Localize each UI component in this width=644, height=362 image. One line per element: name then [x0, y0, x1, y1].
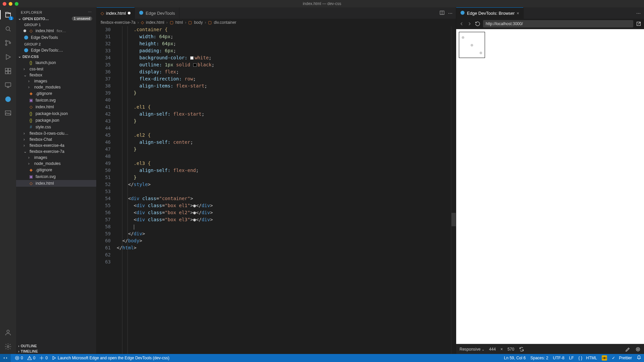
forward-icon[interactable]	[467, 21, 472, 26]
file-row[interactable]: {}launch.json	[16, 59, 96, 66]
minimap[interactable]	[451, 26, 456, 354]
more-icon[interactable]: ⋯	[448, 11, 452, 16]
indentation[interactable]: Spaces: 2	[530, 356, 548, 360]
file-row[interactable]: #style.css	[16, 124, 96, 130]
notifications-icon[interactable]	[637, 355, 641, 361]
crumb[interactable]: div.container	[214, 20, 236, 25]
file-label: Edge DevTools:…	[31, 48, 63, 53]
svg-point-1	[5, 40, 7, 42]
live-server-icon[interactable]	[602, 355, 607, 361]
address-bar[interactable]: http://localhost:3000/	[483, 20, 633, 27]
reload-icon[interactable]	[475, 21, 480, 26]
crumb[interactable]: flexbox-exercise-7a	[101, 20, 136, 25]
remote-explorer-icon[interactable]	[3, 80, 13, 90]
rotate-icon[interactable]	[519, 347, 524, 352]
split-editor-icon[interactable]	[439, 10, 445, 16]
viewport-width[interactable]: 444	[489, 347, 496, 352]
explorer-icon[interactable]: 1	[3, 10, 13, 19]
file-row[interactable]: ◇index.html	[16, 104, 96, 110]
run-debug-icon[interactable]	[3, 52, 13, 62]
svg-rect-7	[8, 71, 11, 74]
more-icon[interactable]: ⋯	[636, 11, 641, 16]
edge-icon	[23, 35, 29, 40]
folder-row[interactable]: ›node_modules	[16, 84, 96, 90]
unsaved-badge: 1 unsaved	[72, 16, 92, 21]
cursor-position[interactable]: Ln 59, Col 6	[504, 356, 526, 360]
responsive-mode[interactable]: Responsive ⌄	[460, 347, 484, 352]
open-editor-item[interactable]: ◇ index.html flex…	[16, 27, 96, 34]
git-file-icon: ◆	[28, 91, 34, 96]
problems-errors[interactable]: 0	[15, 356, 23, 360]
folder-row[interactable]: ›images	[16, 78, 96, 84]
folder-row[interactable]: ⌄flexbox	[16, 72, 96, 78]
code-content[interactable]: .container { width: 64px; height: 64px; …	[114, 26, 451, 354]
open-editor-item[interactable]: Edge DevTools	[16, 34, 96, 41]
crumb[interactable]: html	[175, 20, 183, 25]
file-label: package-lock.json	[36, 111, 68, 116]
html-file-icon: ◇	[141, 20, 144, 25]
tab-edge-browser[interactable]: Edge DevTools: Browser ×	[456, 7, 524, 19]
target-icon[interactable]	[635, 347, 641, 352]
edit-icon[interactable]	[625, 347, 631, 352]
tab-edge-devtools[interactable]: Edge DevTools	[135, 7, 179, 19]
tab-index-html[interactable]: ◇ index.html	[97, 7, 135, 19]
prettier-status[interactable]: ✓ Prettier	[612, 356, 632, 360]
editor-group-1: ◇ index.html Edge DevTools ⋯ flexbox-exe…	[97, 7, 456, 354]
problems-warnings[interactable]: 0	[27, 356, 36, 360]
settings-gear-icon[interactable]	[3, 342, 13, 351]
search-icon[interactable]	[3, 24, 13, 34]
git-file-icon: ◆	[28, 167, 34, 173]
edge-tools-icon[interactable]	[3, 95, 13, 104]
file-row[interactable]: {}package.json	[16, 117, 96, 124]
crumb[interactable]: index.html	[146, 20, 164, 25]
back-icon[interactable]	[459, 21, 464, 26]
file-row[interactable]: ▣favicon.svg	[16, 97, 96, 104]
folder-row[interactable]: ›flexbox-exercise-4a	[16, 142, 96, 148]
ports[interactable]: 0	[39, 356, 48, 360]
remote-indicator[interactable]	[0, 354, 11, 362]
svg-point-11	[7, 330, 9, 333]
eol[interactable]: LF	[569, 356, 574, 360]
folder-label: images	[34, 155, 47, 160]
image-icon[interactable]	[3, 109, 13, 118]
launch-task[interactable]: Launch Microsoft Edge and open the Edge …	[52, 356, 169, 360]
browser-preview[interactable]: ● ● ●	[456, 29, 644, 344]
zoom-icon[interactable]	[15, 2, 18, 6]
open-editor-item[interactable]: Edge DevTools:…	[16, 47, 96, 54]
extensions-icon[interactable]	[3, 66, 13, 76]
file-row[interactable]: ◆.gitignore	[16, 167, 96, 173]
svg-point-14	[24, 48, 28, 52]
folder-row[interactable]: ›css-test	[16, 66, 96, 72]
source-control-icon[interactable]	[3, 38, 13, 48]
project-header[interactable]: ⌄ DEV-CSS	[16, 54, 96, 59]
file-row[interactable]: ▣favicon.svg	[16, 173, 96, 180]
folder-row[interactable]: ⌄flexbox-exercise-7a	[16, 148, 96, 155]
account-icon[interactable]	[3, 328, 13, 337]
close-icon[interactable]: ×	[517, 11, 519, 16]
json-file-icon: {}	[28, 118, 34, 123]
breadcrumb[interactable]: flexbox-exercise-7a› ◇index.html› ▢html›…	[97, 19, 456, 26]
encoding[interactable]: UTF-8	[553, 356, 565, 360]
folder-label: flexbox-Chat	[30, 137, 52, 142]
container-box: ● ● ●	[459, 32, 485, 58]
close-icon[interactable]	[3, 2, 6, 6]
swap-dimensions-icon[interactable]: ×	[500, 347, 503, 352]
outline-header[interactable]: ›OUTLINE	[16, 343, 96, 349]
minimize-icon[interactable]	[9, 2, 12, 6]
file-row[interactable]: ◇index.html	[16, 180, 96, 187]
language-mode[interactable]: { } HTML	[579, 356, 597, 360]
outline-label: OUTLINE	[21, 344, 37, 348]
file-row[interactable]: {}package-lock.json	[16, 110, 96, 117]
crumb[interactable]: body	[194, 20, 203, 25]
folder-row[interactable]: ›flexbox-Chat	[16, 136, 96, 142]
viewport-height[interactable]: 570	[507, 347, 514, 352]
timeline-header[interactable]: ›TIMELINE	[16, 349, 96, 354]
more-icon[interactable]: ⋯	[88, 10, 92, 14]
open-editors-header[interactable]: ⌄ OPEN EDITO… 1 unsaved	[16, 16, 96, 21]
folder-row[interactable]: ›flexbox-3-rows-colu…	[16, 130, 96, 136]
file-row[interactable]: ◆.gitignore	[16, 90, 96, 97]
code-editor[interactable]: 30 31 32 33 34 35 36 37 38 39 40 41 42 4…	[97, 26, 456, 354]
folder-row[interactable]: ›images	[16, 155, 96, 161]
folder-row[interactable]: ›node_modules	[16, 161, 96, 167]
open-external-icon[interactable]	[636, 21, 641, 26]
